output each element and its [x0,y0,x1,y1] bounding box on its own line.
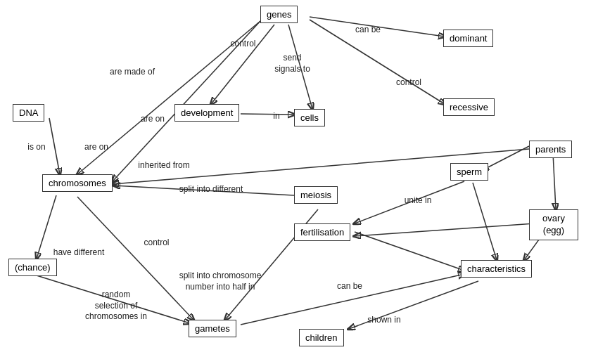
node-recessive: recessive [443,98,495,116]
node-dna: DNA [13,104,44,122]
label-is-on: is on [21,142,52,153]
label-control-2: control [391,77,426,89]
svg-line-14 [355,223,535,236]
concept-map: genes dominant recessive DNA development… [0,0,598,364]
label-are-on-2: are on [79,142,114,153]
node-parents: parents [529,141,572,158]
label-control-1: control [224,39,262,50]
label-shown-in: shown in [363,315,405,326]
svg-line-20 [483,146,529,170]
label-split-into-different: split into different [172,184,250,195]
node-fertilisation: fertilisation [294,223,350,241]
node-cells: cells [294,109,325,126]
svg-line-17 [355,232,464,271]
label-inherited-from: inherited from [132,160,196,171]
label-have-different: have different [51,247,107,259]
node-chance: (chance) [8,259,57,276]
label-split-chromosome: split into chromosomenumber into half in [174,271,266,292]
node-meiosis: meiosis [294,186,338,204]
node-children: children [299,329,344,346]
label-control-3: control [137,238,176,249]
label-random-selection: randomselection ofchromosomes in [77,290,155,323]
node-chromosomes: chromosomes [42,174,113,192]
svg-line-21 [553,153,556,209]
label-unite-in: unite in [397,195,439,207]
node-genes: genes [260,6,298,23]
label-can-be-2: can be [332,281,367,292]
svg-line-15 [473,183,497,260]
node-development: development [174,104,239,122]
label-send-signals: sendsignals to [273,53,312,74]
label-in: in [266,111,287,122]
node-ovary: ovary(egg) [529,209,578,240]
node-characteristics: characteristics [461,260,532,278]
label-are-made-of: are made of [104,67,160,78]
node-gametes: gametes [189,320,236,337]
label-are-on-1: are on [135,114,170,125]
node-dominant: dominant [443,30,493,47]
node-sperm: sperm [450,163,488,181]
label-can-be-1: can be [350,25,386,36]
